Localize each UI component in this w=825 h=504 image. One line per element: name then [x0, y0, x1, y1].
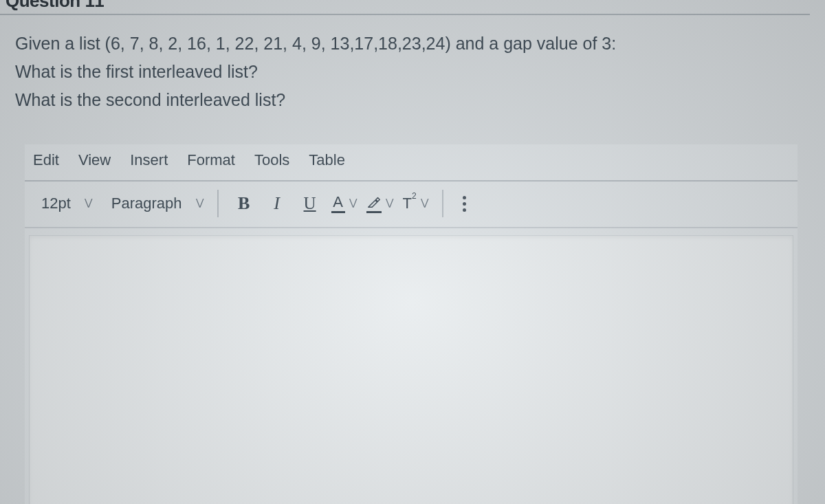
chevron-down-icon: ⋁	[386, 197, 393, 208]
menu-view[interactable]: View	[78, 151, 111, 169]
question-number-label: Question 11	[6, 0, 104, 12]
italic-button[interactable]: I	[265, 192, 289, 215]
menu-format[interactable]: Format	[187, 151, 235, 169]
kebab-dot	[463, 196, 466, 199]
editor-toolbar: 12pt ⋁ Paragraph ⋁ B I U A ⋁	[25, 182, 798, 228]
header-divider	[0, 14, 810, 15]
more-options-button[interactable]	[457, 193, 472, 215]
highlight-color-bar	[366, 211, 382, 213]
prompt-line: Given a list (6, 7, 8, 2, 16, 1, 22, 21,…	[15, 30, 804, 57]
menu-insert[interactable]: Insert	[130, 151, 168, 169]
menu-table[interactable]: Table	[309, 151, 345, 169]
font-size-value: 12pt	[41, 195, 71, 212]
prompt-line: What is the first interleaved list?	[15, 58, 804, 85]
text-color-dropdown[interactable]: A ⋁	[331, 192, 357, 215]
underline-button[interactable]: U	[298, 192, 322, 215]
editor-content-area[interactable]	[29, 235, 793, 504]
menu-edit[interactable]: Edit	[33, 151, 59, 169]
prompt-line: What is the second interleaved list?	[15, 87, 804, 113]
toolbar-divider	[217, 190, 219, 217]
chevron-down-icon: ⋁	[85, 197, 92, 208]
font-size-dropdown[interactable]: 12pt ⋁	[32, 195, 102, 212]
kebab-dot	[463, 202, 466, 206]
menu-tools[interactable]: Tools	[254, 151, 289, 169]
rich-text-editor: Edit View Insert Format Tools Table 12pt…	[25, 144, 798, 504]
question-prompt: Given a list (6, 7, 8, 2, 16, 1, 22, 21,…	[15, 30, 804, 114]
superscript-icon: T2	[403, 195, 417, 212]
bold-button[interactable]: B	[232, 192, 256, 215]
superscript-dropdown[interactable]: T2 ⋁	[403, 192, 428, 215]
chevron-down-icon: ⋁	[349, 197, 357, 208]
paragraph-style-value: Paragraph	[111, 195, 182, 212]
highlight-color-dropdown[interactable]: ⋁	[366, 192, 393, 215]
chevron-down-icon: ⋁	[196, 197, 204, 208]
editor-menubar: Edit View Insert Format Tools Table	[25, 144, 798, 182]
paragraph-style-dropdown[interactable]: Paragraph ⋁	[102, 195, 213, 212]
highlighter-icon	[366, 195, 382, 210]
text-color-bar	[331, 211, 345, 213]
kebab-dot	[463, 208, 466, 212]
toolbar-divider	[442, 190, 443, 217]
text-color-icon: A	[333, 195, 343, 210]
chevron-down-icon: ⋁	[421, 197, 428, 208]
